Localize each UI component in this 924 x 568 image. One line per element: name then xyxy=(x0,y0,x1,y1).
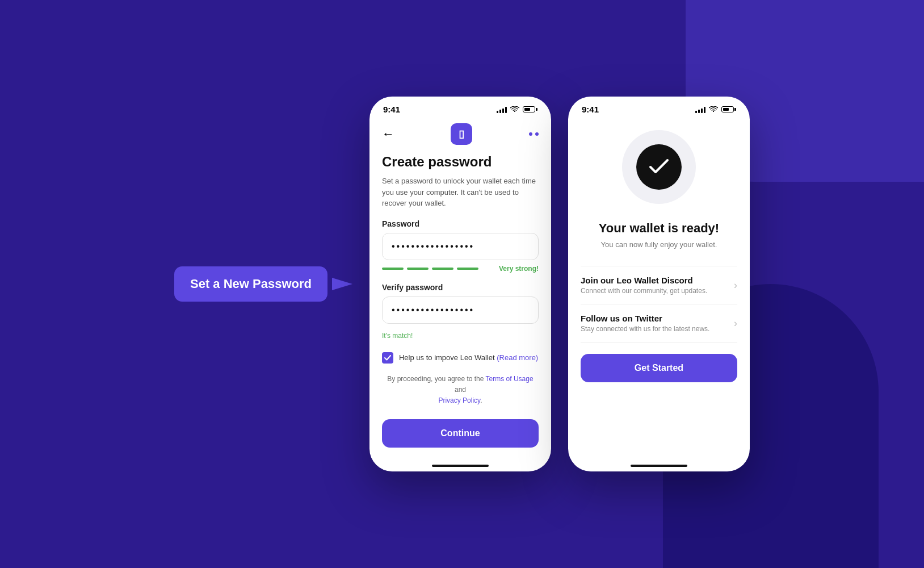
discord-content: Join our Leo Wallet Discord Connect with… xyxy=(581,275,734,295)
phone-wallet-ready: 9:41 xyxy=(568,97,750,471)
home-indicator-1 xyxy=(432,465,489,467)
password-input[interactable] xyxy=(382,233,539,260)
continue-button[interactable]: Continue xyxy=(382,419,539,448)
discord-title: Join our Leo Wallet Discord xyxy=(581,275,734,285)
tooltip-label: Set a New Password xyxy=(174,266,327,302)
status-icons-2 xyxy=(695,106,736,113)
strength-row: Very strong! xyxy=(382,265,539,273)
twitter-arrow-icon: › xyxy=(734,318,737,329)
success-check-circle xyxy=(636,144,682,190)
terms-text: By proceeding, you agree to the Terms of… xyxy=(382,374,539,407)
home-indicator-2 xyxy=(631,465,687,467)
success-bg-circle xyxy=(622,130,696,204)
scene-container: Set a New Password 9:41 xyxy=(174,97,750,471)
terms-link[interactable]: Terms of Usage xyxy=(486,375,534,383)
wallet-ready-title: Your wallet is ready! xyxy=(581,221,737,236)
nav-bar-1: ← ▯ xyxy=(382,119,539,154)
screen-desc-1: Set a password to unlock your wallet eac… xyxy=(382,176,539,209)
twitter-sub: Stay connected with us for the latest ne… xyxy=(581,325,734,333)
screen-title-1: Create password xyxy=(382,154,539,170)
status-bar-2: 9:41 xyxy=(568,97,750,119)
strength-text: Very strong! xyxy=(499,265,539,273)
arrow-icon xyxy=(332,278,352,290)
check-icon xyxy=(384,355,391,361)
checkmark-icon xyxy=(649,158,669,176)
discord-arrow-icon: › xyxy=(734,279,737,291)
verify-label: Verify password xyxy=(382,283,539,292)
phone1-content: ← ▯ Create password Set a password to un… xyxy=(369,119,551,459)
signal-icon-2 xyxy=(695,106,705,113)
phone-create-password: 9:41 xyxy=(369,97,551,471)
battery-icon-2 xyxy=(721,106,736,112)
twitter-content: Follow us on Twitter Stay connected with… xyxy=(581,314,734,333)
wifi-icon-1 xyxy=(510,106,519,113)
read-more-link[interactable]: (Read more) xyxy=(497,353,538,362)
more-button-1[interactable] xyxy=(529,132,539,136)
app-logo-1: ▯ xyxy=(451,123,472,145)
success-icon-area xyxy=(581,130,737,204)
get-started-button[interactable]: Get Started xyxy=(581,354,737,382)
strength-bars xyxy=(382,268,478,270)
phone2-content: Your wallet is ready! You can now fully … xyxy=(568,119,750,459)
status-time-2: 9:41 xyxy=(582,105,599,114)
match-text: It's match! xyxy=(382,332,539,340)
status-bar-1: 9:41 xyxy=(369,97,551,119)
twitter-title: Follow us on Twitter xyxy=(581,314,734,323)
discord-sub: Connect with our community, get updates. xyxy=(581,287,734,295)
checkbox-improve[interactable] xyxy=(382,352,393,364)
tooltip-wrapper: Set a New Password xyxy=(174,266,352,302)
tooltip-arrow xyxy=(332,278,352,290)
password-label: Password xyxy=(382,219,539,228)
checkbox-row: Help us to impove Leo Wallet (Read more) xyxy=(382,352,539,364)
checkbox-text: Help us to impove Leo Wallet (Read more) xyxy=(399,353,538,362)
discord-list-item[interactable]: Join our Leo Wallet Discord Connect with… xyxy=(581,266,737,304)
svg-marker-0 xyxy=(332,278,352,290)
tooltip-text: Set a New Password xyxy=(190,277,312,291)
back-button-1[interactable]: ← xyxy=(382,127,394,141)
wallet-ready-sub: You can now fully enjoy your wallet. xyxy=(581,240,737,249)
privacy-link[interactable]: Privacy Policy xyxy=(438,396,480,404)
signal-icon-1 xyxy=(497,106,507,113)
twitter-list-item[interactable]: Follow us on Twitter Stay connected with… xyxy=(581,304,737,343)
battery-icon-1 xyxy=(523,106,537,112)
verify-password-input[interactable] xyxy=(382,296,539,324)
wifi-icon-2 xyxy=(709,106,718,113)
status-icons-1 xyxy=(497,106,537,113)
status-time-1: 9:41 xyxy=(383,105,400,114)
